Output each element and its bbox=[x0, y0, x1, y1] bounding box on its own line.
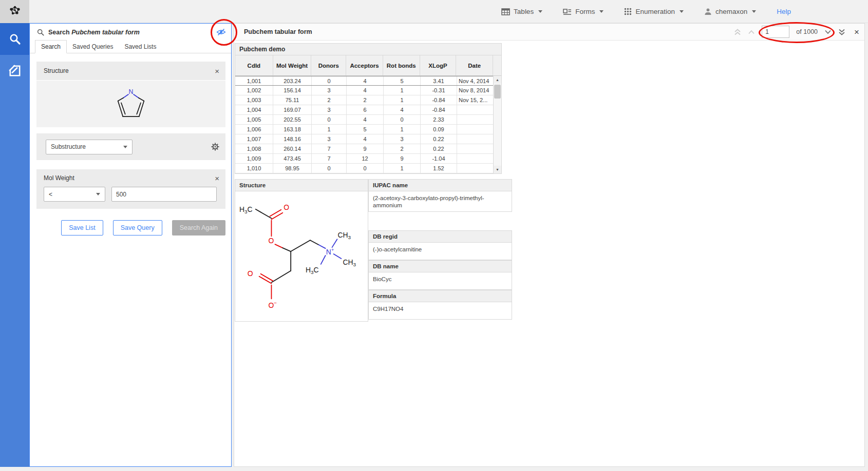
table-cell bbox=[457, 154, 494, 163]
table-cell: 2 bbox=[384, 144, 421, 153]
table-cell: 6 bbox=[347, 105, 384, 114]
search-again-button[interactable]: Search Again bbox=[172, 220, 225, 235]
tab-saved-queries[interactable]: Saved Queries bbox=[67, 41, 119, 53]
search-panel-tabs: Search Saved Queries Saved Lists bbox=[30, 41, 231, 53]
scroll-up-button[interactable]: ▲ bbox=[494, 76, 501, 84]
hide-panel-eye-button[interactable] bbox=[216, 28, 226, 36]
table-header-row: CdIdMol WeightDonorsAcceptorsRot bondsXL… bbox=[235, 55, 501, 76]
structure-options-gear-button[interactable] bbox=[211, 143, 219, 151]
remove-molweight-field-button[interactable]: × bbox=[215, 174, 219, 182]
molweight-operator-value: < bbox=[49, 191, 52, 198]
table-cell bbox=[457, 164, 494, 173]
table-row[interactable]: 1,005202.550402.33 bbox=[235, 115, 501, 125]
table-row[interactable]: 1,002156.14341-0.31Nov 8, 2014 bbox=[235, 86, 501, 95]
app-sidebar bbox=[0, 23, 29, 471]
table-cell: 3 bbox=[312, 105, 347, 114]
table-row[interactable]: 1,008260.147920.22 bbox=[235, 144, 501, 154]
table-scrollbar[interactable]: ▲ ▼ bbox=[493, 76, 501, 173]
molweight-value-input[interactable] bbox=[111, 187, 217, 202]
scrollbar-thumb[interactable] bbox=[494, 85, 501, 99]
table-cell: 1,001 bbox=[235, 76, 273, 85]
remove-structure-field-button[interactable]: × bbox=[215, 67, 219, 75]
gear-icon bbox=[211, 143, 219, 151]
svg-text:O−: O− bbox=[269, 300, 277, 309]
table-row[interactable]: 1,00375.11221-0.84Nov 15, 2... bbox=[235, 95, 501, 105]
first-record-button[interactable] bbox=[734, 29, 741, 35]
sidebar-item-form-editor[interactable] bbox=[0, 55, 29, 87]
column-header[interactable]: XLogP bbox=[420, 55, 457, 75]
tab-search[interactable]: Search bbox=[35, 40, 67, 53]
table-cell: 7 bbox=[312, 154, 347, 163]
table-cell: 3 bbox=[384, 134, 421, 144]
table-cell: 1,008 bbox=[235, 144, 273, 153]
field-label-iupac: IUPAC name bbox=[368, 179, 512, 191]
menu-user[interactable]: chemaxon bbox=[704, 8, 756, 15]
search-panel-header: Search Pubchem tabular form bbox=[30, 24, 231, 41]
record-number-input[interactable] bbox=[762, 26, 789, 38]
table-cell: 2.33 bbox=[421, 115, 457, 124]
chevron-down-icon bbox=[599, 10, 603, 13]
next-record-button[interactable] bbox=[824, 30, 832, 34]
table-row[interactable]: 1,004169.07364-0.84 bbox=[235, 105, 501, 115]
menu-forms-label: Forms bbox=[575, 8, 595, 15]
table-cell: 75.11 bbox=[273, 95, 312, 105]
column-header[interactable]: Rot bonds bbox=[383, 55, 420, 75]
table-cell: 12 bbox=[347, 154, 384, 163]
table-cell: 1 bbox=[384, 164, 421, 173]
menu-enumeration[interactable]: Enumeration bbox=[624, 8, 684, 15]
column-header[interactable]: Acceptors bbox=[346, 55, 383, 75]
table-cell: 0.22 bbox=[421, 134, 457, 144]
molweight-operator-dropdown[interactable]: < bbox=[44, 187, 105, 202]
header-filler bbox=[493, 55, 501, 75]
record-count-label: of 1000 bbox=[796, 28, 818, 35]
query-structure-editor[interactable]: N bbox=[36, 81, 225, 127]
table-cell: -0.84 bbox=[421, 95, 457, 105]
double-chevron-up-icon bbox=[734, 29, 741, 35]
record-structure-viewer: H3C O O N+ CH3 CH3 H3C O O− bbox=[235, 191, 368, 322]
search-icon bbox=[9, 33, 21, 45]
previous-record-button[interactable] bbox=[748, 30, 755, 34]
column-header[interactable]: Date bbox=[456, 55, 493, 75]
table-cell: 1,007 bbox=[235, 134, 273, 144]
table-row[interactable]: 1,009473.457129-1.04 bbox=[235, 154, 501, 164]
detail-spacer bbox=[368, 212, 512, 230]
save-list-button[interactable]: Save List bbox=[61, 220, 103, 235]
table-row[interactable]: 1,001203.240453.41Nov 4, 2014 bbox=[235, 76, 501, 86]
search-type-dropdown[interactable]: Substructure bbox=[46, 140, 133, 154]
table-cell: 169.07 bbox=[273, 105, 312, 114]
table-cell: 2 bbox=[347, 95, 384, 105]
table-cell: 156.14 bbox=[273, 86, 312, 95]
field-label-formula: Formula bbox=[368, 290, 512, 302]
help-link[interactable]: Help bbox=[777, 8, 791, 15]
pyrrole-structure-drawing: N bbox=[111, 85, 151, 123]
chevron-down-icon bbox=[824, 30, 832, 34]
save-query-button[interactable]: Save Query bbox=[113, 220, 162, 235]
last-record-button[interactable] bbox=[838, 29, 845, 35]
molweight-field-label: Mol Weight bbox=[44, 174, 74, 182]
menu-forms[interactable]: Forms bbox=[563, 8, 603, 15]
table-row[interactable]: 1,006163.181510.09 bbox=[235, 125, 501, 134]
field-value-db-regid: (-)o-acetylcarnitine bbox=[368, 243, 512, 260]
table-cell: 1 bbox=[312, 125, 347, 134]
table-row[interactable]: 1,01098.950011.52 bbox=[235, 164, 501, 173]
chevron-up-icon bbox=[748, 30, 755, 34]
form-editor-icon bbox=[8, 64, 22, 77]
dots-grid-icon bbox=[624, 8, 632, 15]
structure-field-label: Structure bbox=[44, 67, 69, 74]
table-row[interactable]: 1,007148.163430.22 bbox=[235, 134, 501, 144]
column-header[interactable]: CdId bbox=[235, 55, 273, 75]
scroll-down-button[interactable]: ▼ bbox=[494, 166, 501, 173]
column-header[interactable]: Mol Weight bbox=[273, 55, 312, 75]
close-form-button[interactable]: × bbox=[854, 28, 859, 36]
tab-saved-lists[interactable]: Saved Lists bbox=[119, 41, 162, 53]
user-icon bbox=[704, 8, 712, 15]
acetylcarnitine-structure-drawing: H3C O O N+ CH3 CH3 H3C O O− bbox=[235, 191, 368, 321]
table-cell bbox=[457, 105, 494, 114]
menu-tables[interactable]: Tables bbox=[501, 8, 542, 15]
column-header[interactable]: Donors bbox=[311, 55, 346, 75]
sidebar-item-search[interactable] bbox=[0, 23, 29, 55]
molecule-logo-icon bbox=[8, 5, 22, 19]
svg-text:N: N bbox=[129, 88, 134, 95]
svg-text:CH3: CH3 bbox=[337, 231, 351, 240]
table-cell: 260.14 bbox=[273, 144, 312, 153]
